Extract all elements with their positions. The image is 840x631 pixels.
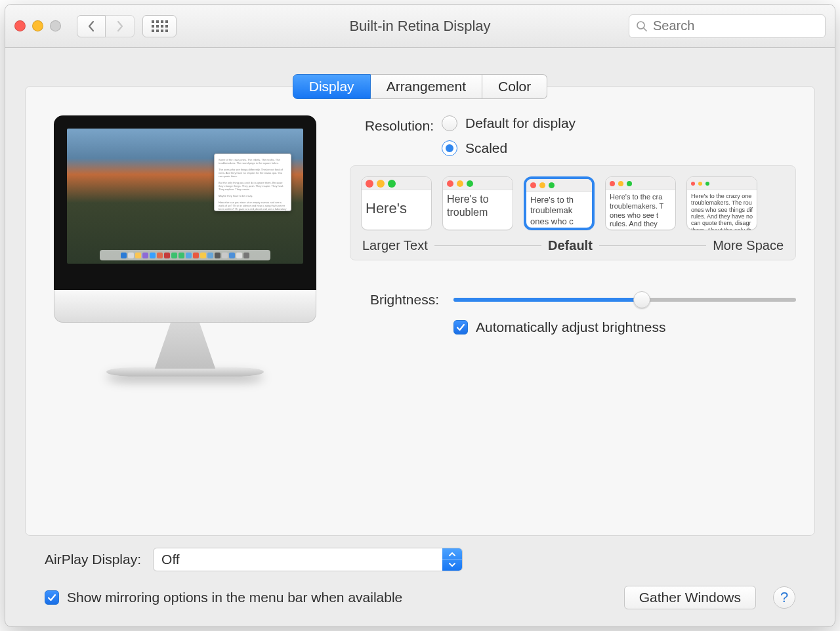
brightness-label: Brightness:: [350, 292, 439, 308]
chevron-down-icon: [449, 563, 455, 567]
slider-knob-icon[interactable]: [633, 291, 650, 308]
prefs-window: Built-in Retina Display Display Arrangem…: [5, 4, 835, 627]
grid-icon: [152, 20, 168, 32]
preview-column: Some of the crazy ones. The rebels. The …: [44, 115, 326, 517]
scale-option-preview: Here's to th troublemak ones who c: [526, 192, 592, 228]
resolution-scaled-radio[interactable]: Scaled: [442, 140, 576, 156]
radio-icon: [442, 115, 457, 131]
forward-button[interactable]: [106, 15, 135, 37]
tab-arrangement[interactable]: Arrangement: [371, 74, 482, 99]
checkbox-icon[interactable]: [453, 320, 468, 335]
gather-windows-label: Gather Windows: [639, 590, 741, 605]
back-button[interactable]: [77, 15, 106, 37]
content: Display Arrangement Color Some of the cr…: [5, 48, 835, 626]
display-preview: Some of the crazy ones. The rebels. The …: [54, 115, 316, 377]
scale-option-4[interactable]: Here's to the cra troublemakers. T ones …: [605, 176, 676, 230]
tab-color[interactable]: Color: [482, 74, 547, 99]
scale-option-preview: Here's: [362, 190, 431, 230]
gather-windows-button[interactable]: Gather Windows: [624, 586, 756, 609]
checkmark-icon: [47, 593, 56, 602]
scaled-options: Here's Here's to troublem Here's to th t…: [350, 165, 796, 260]
help-icon: ?: [780, 589, 788, 606]
preview-window-icon: Some of the crazy ones. The rebels. The …: [214, 153, 291, 211]
resolution-row: Resolution: Default for display Scaled: [350, 115, 796, 156]
scale-legend-left: Larger Text: [362, 238, 428, 253]
zoom-icon: [50, 20, 61, 31]
minimize-icon[interactable]: [32, 20, 43, 31]
titlebar: Built-in Retina Display: [5, 5, 835, 48]
scale-option-5[interactable]: Here's to the crazy one troublemakers. T…: [686, 176, 757, 230]
resolution-default-radio[interactable]: Default for display: [442, 115, 576, 131]
scale-legend-default: Default: [548, 238, 593, 253]
close-icon[interactable]: [14, 20, 26, 31]
window-controls: [14, 20, 61, 31]
scale-option-1[interactable]: Here's: [361, 176, 432, 230]
scale-option-3[interactable]: Here's to th troublemak ones who c: [524, 176, 595, 230]
svg-line-1: [644, 28, 646, 31]
chevron-right-icon: [116, 20, 125, 32]
auto-brightness-row[interactable]: Automatically adjust brightness: [453, 319, 796, 335]
airplay-label: AirPlay Display:: [45, 552, 141, 567]
scale-option-preview: Here's to the cra troublemakers. T ones …: [606, 190, 675, 230]
help-button[interactable]: ?: [773, 586, 795, 609]
tabs: Display Arrangement Color: [293, 74, 547, 99]
nav-buttons: [77, 15, 135, 37]
scale-option-preview: Here's to troublem: [443, 190, 513, 230]
dock-icon: [100, 250, 270, 260]
radio-icon: [442, 140, 457, 156]
resolution-scaled-label: Scaled: [465, 140, 507, 156]
scale-legend-right: More Space: [713, 238, 784, 253]
checkbox-icon[interactable]: [45, 590, 59, 605]
select-stepper-icon[interactable]: [442, 548, 462, 571]
resolution-label: Resolution:: [350, 115, 442, 134]
airplay-value: Off: [161, 552, 442, 567]
scale-legend: Larger Text Default More Space: [361, 234, 785, 253]
footer: AirPlay Display: Off Show mirroring opti…: [25, 536, 815, 615]
scale-option-2[interactable]: Here's to troublem: [442, 176, 513, 230]
scale-option-preview: Here's to the crazy one troublemakers. T…: [687, 190, 757, 230]
svg-point-0: [637, 22, 644, 29]
airplay-select[interactable]: Off: [153, 548, 463, 571]
search-icon: [636, 20, 648, 32]
auto-brightness-label: Automatically adjust brightness: [476, 319, 665, 335]
search-field[interactable]: [629, 14, 826, 38]
checkmark-icon: [456, 323, 465, 332]
mirroring-label: Show mirroring options in the menu bar w…: [67, 590, 402, 605]
slider-fill: [453, 298, 642, 302]
brightness-row: Brightness:: [350, 292, 796, 308]
show-all-button[interactable]: [142, 15, 177, 37]
brightness-slider[interactable]: [453, 292, 796, 308]
chevron-up-icon: [449, 552, 455, 556]
resolution-default-label: Default for display: [465, 115, 576, 131]
settings-column: Resolution: Default for display Scaled: [350, 115, 796, 517]
display-panel: Some of the crazy ones. The rebels. The …: [25, 86, 815, 536]
search-input[interactable]: [652, 18, 818, 34]
tab-display[interactable]: Display: [293, 74, 371, 99]
chevron-left-icon: [87, 20, 96, 32]
